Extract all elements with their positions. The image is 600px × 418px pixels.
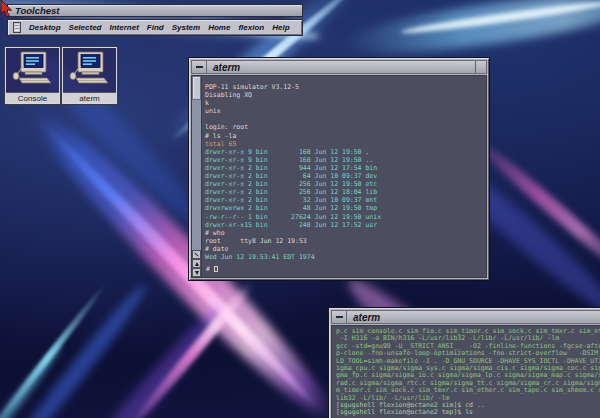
arrow-down-icon <box>195 271 199 275</box>
menu-item[interactable]: Selected <box>69 23 102 32</box>
terminal-line: drwxrwxrwx 2 bin 48 Jun 12 19:50 tmp <box>205 204 486 212</box>
window-titlebar[interactable]: aterm <box>191 60 487 74</box>
terminal-line: # who <box>205 229 486 237</box>
minimize-button[interactable] <box>192 61 207 73</box>
arrow-up-icon <box>195 262 199 266</box>
scroll-up-button[interactable] <box>192 259 201 268</box>
toolchest-menubar: DesktopSelectedInternetFindSystemHomefle… <box>7 19 303 36</box>
window-title: aterm <box>347 312 600 323</box>
terminal-line <box>205 115 486 123</box>
terminal-line: drwxr-xr-x 2 bin 64 Jun 10 09:37 dev <box>205 172 486 180</box>
terminal-line: -rw-r--r-- 1 bin 27624 Jun 12 19:50 unix <box>205 213 486 221</box>
desktop-icon-group: Console aterm <box>5 47 117 104</box>
aterm-window-pdp11: aterm PDP-11 simulator V3.12-5Disabling … <box>188 57 490 281</box>
scrollbar-drag-button[interactable] <box>192 250 201 259</box>
light-streak <box>0 342 65 418</box>
prompt-text: # <box>206 265 214 273</box>
terminal-line: drwxr-xr-x 2 bin 256 Jun 12 18:04 lib <box>205 188 486 196</box>
menu-item[interactable]: flexion <box>238 23 264 32</box>
terminal-output[interactable]: PDP-11 simulator V3.12-5Disabling XQkuni… <box>202 76 486 277</box>
menu-item[interactable]: Find <box>147 23 164 32</box>
minimize-icon <box>196 66 203 68</box>
terminal-line: drwxr-xr-x 2 bin 256 Jun 12 19:50 etc <box>205 180 486 188</box>
terminal-line: k <box>205 99 486 107</box>
text-cursor <box>214 266 218 272</box>
menu-item[interactable]: System <box>172 23 200 32</box>
desktop-icon-aterm[interactable]: aterm <box>62 47 117 104</box>
minimize-button[interactable] <box>332 311 347 323</box>
terminal-line: # ls -la <box>205 132 486 140</box>
toolchest-menu-icon[interactable] <box>13 22 21 33</box>
terminal-line: unix <box>205 107 486 115</box>
aterm-window-build: aterm p.c sim_console.c sim_fio.c sim_ti… <box>328 307 600 418</box>
terminal-line: drwxr-xr-x 2 bin 944 Jun 12 17:54 bin <box>205 164 486 172</box>
terminal-line: Wed Jun 12 19:53:41 EDT 1974 <box>205 253 486 261</box>
icon-label: aterm <box>63 92 116 103</box>
desktop[interactable]: Toolchest DesktopSelectedInternetFindSys… <box>0 0 600 418</box>
titlebar-divider <box>475 61 476 73</box>
window-title: aterm <box>207 62 486 73</box>
light-streak <box>0 280 109 418</box>
light-streak <box>70 300 230 418</box>
terminal-prompt-line: # <box>206 265 218 273</box>
menu-item[interactable]: Home <box>208 23 230 32</box>
scrollbar[interactable] <box>192 76 202 277</box>
terminal-content[interactable]: PDP-11 simulator V3.12-5Disabling XQkuni… <box>191 75 487 278</box>
scrollbar-thumb[interactable] <box>192 76 201 100</box>
terminal-line: root tty8 Jun 12 19:53 <box>205 237 486 245</box>
light-streak <box>8 280 151 418</box>
scrollbar-buttons <box>192 250 201 277</box>
drag-icon <box>194 252 198 256</box>
menu-item[interactable]: Desktop <box>29 23 61 32</box>
terminal-line: drwxr-xr-x 2 bin 32 Jun 10 09:37 mnt <box>205 196 486 204</box>
icon-label: Console <box>6 92 59 103</box>
toolchest-titlebar[interactable]: Toolchest <box>7 4 303 17</box>
terminal-line: drwxr-xr-x 9 bin 160 Jun 12 19:50 .. <box>205 156 486 164</box>
menu-item[interactable]: Internet <box>109 23 138 32</box>
toolchest-window: Toolchest DesktopSelectedInternetFindSys… <box>7 4 303 36</box>
terminal-content[interactable]: p.c sim_console.c sim_fio.c sim_timer.c … <box>331 325 600 418</box>
window-titlebar[interactable]: aterm <box>331 310 600 324</box>
mouse-pointer-icon <box>0 0 14 19</box>
computer-icon <box>68 51 112 89</box>
toolchest-title: Toolchest <box>15 5 60 16</box>
terminal-line: Disabling XQ <box>205 91 486 99</box>
minimize-icon <box>336 316 343 318</box>
terminal-line: PDP-11 simulator V3.12-5 <box>205 83 486 91</box>
terminal-output[interactable]: p.c sim_console.c sim_fio.c sim_timer.c … <box>332 326 600 418</box>
computer-icon <box>11 51 55 89</box>
terminal-line: [sgugshell flexion@octane2 tmp]$ ls <box>336 409 600 416</box>
terminal-line: drwxr-xr-x15 bin 240 Jun 12 17:52 usr <box>205 221 486 229</box>
terminal-line: drwxr-xr-x 9 bin 160 Jun 12 19:50 . <box>205 148 486 156</box>
light-streak <box>339 0 600 65</box>
terminal-line: login: root <box>205 123 486 131</box>
terminal-line: # date <box>205 245 486 253</box>
light-streak <box>400 0 600 37</box>
terminal-line: total 65 <box>205 140 486 148</box>
scroll-down-button[interactable] <box>192 268 201 277</box>
desktop-icon-console[interactable]: Console <box>5 47 60 104</box>
menu-item[interactable]: Help <box>272 23 289 32</box>
